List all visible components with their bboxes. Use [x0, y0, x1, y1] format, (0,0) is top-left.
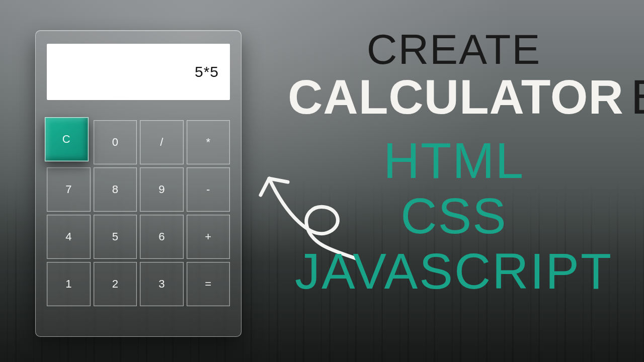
- headline-line-javascript: JAVASCRIPT: [288, 245, 620, 297]
- key-add[interactable]: +: [187, 215, 230, 259]
- calculator-keypad: C0/*789-456+123=: [47, 120, 230, 323]
- key-digit-8[interactable]: 8: [94, 167, 137, 212]
- key-digit-3[interactable]: 3: [140, 262, 184, 306]
- headline: CREATE CALCULATORBY HTML CSS JAVASCRIPT: [288, 28, 620, 297]
- headline-line-calculator-by: CALCULATORBY: [288, 72, 620, 122]
- key-digit-1[interactable]: 1: [47, 262, 91, 306]
- headline-word-by: BY: [631, 70, 644, 124]
- key-digit-5[interactable]: 5: [94, 215, 137, 259]
- headline-line-create: CREATE: [288, 28, 620, 71]
- key-digit-4[interactable]: 4: [47, 215, 91, 259]
- headline-word-calculator: CALCULATOR: [288, 70, 624, 124]
- key-digit-7[interactable]: 7: [47, 167, 91, 212]
- headline-line-css: CSS: [288, 190, 620, 241]
- key-clear[interactable]: C: [45, 117, 89, 161]
- display-value: 5*5: [195, 63, 219, 80]
- key-equals[interactable]: =: [187, 262, 230, 306]
- key-subtract[interactable]: -: [187, 167, 230, 212]
- key-digit-0[interactable]: 0: [94, 120, 137, 164]
- key-multiply[interactable]: *: [187, 120, 230, 164]
- calculator-panel: 5*5 C0/*789-456+123=: [35, 30, 242, 337]
- headline-line-html: HTML: [288, 135, 620, 186]
- key-divide[interactable]: /: [140, 120, 184, 164]
- calculator-display: 5*5: [47, 44, 230, 100]
- key-digit-9[interactable]: 9: [140, 167, 184, 212]
- key-digit-6[interactable]: 6: [140, 215, 184, 259]
- key-digit-2[interactable]: 2: [94, 262, 137, 306]
